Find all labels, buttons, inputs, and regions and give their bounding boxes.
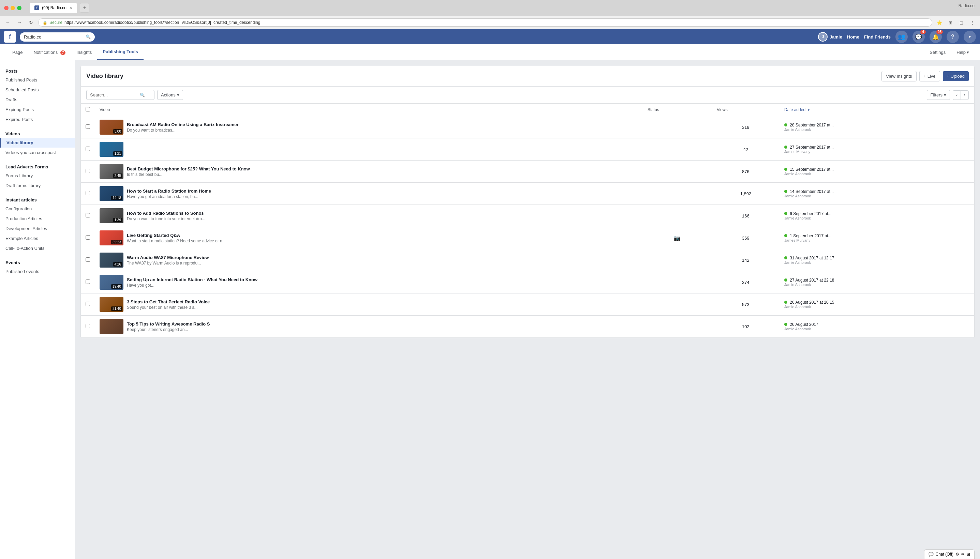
sidebar-item-expired-posts[interactable]: Expired Posts	[0, 114, 74, 124]
search-input[interactable]	[90, 93, 138, 98]
close-button[interactable]	[4, 6, 8, 10]
nav-help-link[interactable]: Help ▾	[952, 45, 973, 60]
video-description: Want to start a radio station? Need some…	[127, 238, 226, 243]
nav-home-link[interactable]: Home	[847, 35, 859, 40]
upload-button[interactable]: + Upload	[943, 71, 969, 81]
sidebar-item-expiring-posts[interactable]: Expiring Posts	[0, 105, 74, 114]
row-checkbox[interactable]	[86, 147, 90, 151]
select-all-checkbox[interactable]	[86, 107, 90, 111]
nav-publishing-tools-tab[interactable]: Publishing Tools	[97, 44, 144, 60]
date-cell: 1 September 2017 at... James Mulvany	[780, 227, 974, 249]
video-text: How to Add Radio Stations to Sonos Do yo…	[127, 211, 205, 221]
video-text: Setting Up an Internet Radio Station - W…	[127, 277, 257, 288]
back-button[interactable]: ←	[3, 18, 12, 27]
filters-button[interactable]: Filters ▾	[927, 90, 950, 100]
video-thumbnail[interactable]: 21:40	[99, 297, 123, 312]
facebook-search-input[interactable]	[24, 35, 84, 40]
row-checkbox[interactable]	[86, 280, 90, 284]
sidebar-item-production-articles[interactable]: Production Articles	[0, 214, 74, 223]
nav-insights-tab[interactable]: Insights	[71, 45, 97, 60]
row-checkbox[interactable]	[86, 191, 90, 195]
sidebar-item-development-articles[interactable]: Development Articles	[0, 223, 74, 233]
video-thumbnail[interactable]: 39:23	[99, 230, 123, 245]
select-all-header	[81, 104, 95, 116]
forward-button[interactable]: →	[15, 18, 24, 27]
row-checkbox[interactable]	[86, 235, 90, 240]
account-dropdown-button[interactable]: ▾	[963, 31, 976, 43]
main-layout: Posts Published Posts Scheduled Posts Dr…	[0, 60, 980, 559]
sidebar-item-draft-forms[interactable]: Draft forms library	[0, 181, 74, 190]
status-dot	[784, 256, 787, 260]
prev-page-button[interactable]: ‹	[953, 90, 960, 100]
new-tab-button[interactable]: +	[80, 3, 89, 13]
sidebar-item-cta-units[interactable]: Call-To-Action Units	[0, 243, 74, 253]
table-row: 19:40 Setting Up an Internet Radio Stati…	[81, 271, 974, 293]
maximize-button[interactable]	[17, 6, 22, 10]
refresh-button[interactable]: ↻	[26, 18, 35, 27]
video-duration: 1:21	[113, 151, 122, 156]
sidebar-item-forms-library[interactable]: Forms Library	[0, 171, 74, 181]
sidebar-item-example-articles[interactable]: Example Articles	[0, 233, 74, 243]
browser-tab[interactable]: f (99) Radio.co ✕	[30, 3, 77, 13]
sidebar-item-crosspost-videos[interactable]: Videos you can crosspost	[0, 147, 74, 157]
bookmark-icon[interactable]: ⭐	[935, 18, 944, 27]
tab-close-button[interactable]: ✕	[69, 6, 72, 10]
sidebar-item-published-posts[interactable]: Published Posts	[0, 75, 74, 85]
window-icon[interactable]: ◻	[957, 18, 966, 27]
friends-icon-button[interactable]: 👥	[896, 31, 908, 43]
video-description: Sound your best on air with these 3 s...	[127, 305, 210, 310]
video-thumbnail[interactable]: 4:26	[99, 253, 123, 268]
search-box[interactable]: 🔍	[86, 90, 154, 100]
notifications-icon-button[interactable]: 🔔 95	[930, 31, 942, 43]
actions-button[interactable]: Actions ▾	[157, 90, 183, 100]
view-insights-button[interactable]: View Insights	[881, 71, 916, 81]
video-thumbnail[interactable]: 1:39	[99, 208, 123, 223]
nav-notifications-tab[interactable]: Notifications 7	[28, 45, 71, 60]
date-cell: 26 August 2017 at 20:15 Jamie Ashbrook	[780, 293, 974, 316]
secure-icon: 🔒	[43, 20, 47, 25]
video-thumbnail[interactable]	[99, 319, 123, 334]
video-thumbnail[interactable]: 1:21	[99, 142, 123, 157]
facebook-user[interactable]: J Jamie	[818, 32, 842, 41]
sidebar-item-video-library[interactable]: Video library	[0, 138, 74, 147]
date-cell: 26 August 2017 Jamie Ashbrook	[780, 316, 974, 338]
tab-menu-icon[interactable]: ⊞	[946, 18, 955, 27]
row-checkbox[interactable]	[86, 169, 90, 173]
address-bar[interactable]: 🔒 Secure https://www.facebook.com/radiod…	[38, 18, 932, 26]
row-checkbox[interactable]	[86, 257, 90, 262]
chat-expand-icon[interactable]: ✏	[961, 552, 965, 557]
date-column-header[interactable]: Date added ▾	[780, 104, 974, 116]
chat-options-icon[interactable]: ⊞	[967, 552, 970, 557]
video-thumbnail[interactable]: 2:45	[99, 164, 123, 179]
notifications-badge: 95	[936, 30, 943, 34]
row-checkbox[interactable]	[86, 324, 90, 328]
nav-settings-link[interactable]: Settings	[925, 45, 950, 60]
minimize-button[interactable]	[11, 6, 15, 10]
content-area: Video library View Insights + Live + Upl…	[75, 60, 980, 559]
video-thumbnail[interactable]: 3:00	[99, 120, 123, 135]
messages-icon-button[interactable]: 💬 4	[912, 31, 925, 43]
row-checkbox[interactable]	[86, 124, 90, 129]
row-checkbox[interactable]	[86, 302, 90, 306]
video-thumbnail[interactable]: 14:18	[99, 186, 123, 201]
table-row: Top 5 Tips to Writing Awesome Radio S Ke…	[81, 316, 974, 338]
sidebar-item-drafts[interactable]: Drafts	[0, 95, 74, 105]
sidebar-item-published-events[interactable]: Published events	[0, 266, 74, 276]
sidebar-item-configuration[interactable]: Configuration	[0, 204, 74, 214]
more-menu-icon[interactable]: ⋮	[968, 18, 977, 27]
nav-page-tab[interactable]: Page	[7, 45, 28, 60]
chat-settings-icon[interactable]: ⚙	[955, 552, 959, 557]
nav-find-friends-link[interactable]: Find Friends	[864, 35, 891, 40]
video-description: Keep your listeners engaged an...	[127, 327, 210, 332]
next-page-button[interactable]: ›	[960, 90, 969, 100]
sidebar-item-scheduled-posts[interactable]: Scheduled Posts	[0, 85, 74, 95]
go-live-button[interactable]: + Live	[919, 71, 940, 81]
chat-button[interactable]: 💬 Chat (Off) ⚙ ✏ ⊞	[924, 549, 975, 559]
video-thumbnail[interactable]: 19:40	[99, 275, 123, 290]
video-title: How to Add Radio Stations to Sonos	[127, 211, 205, 216]
facebook-search-box[interactable]: 🔍	[20, 32, 95, 41]
help-button[interactable]: ?	[947, 31, 959, 43]
video-duration: 4:26	[113, 262, 122, 266]
row-checkbox[interactable]	[86, 213, 90, 217]
table-row: 21:40 3 Steps to Get That Perfect Radio …	[81, 293, 974, 316]
